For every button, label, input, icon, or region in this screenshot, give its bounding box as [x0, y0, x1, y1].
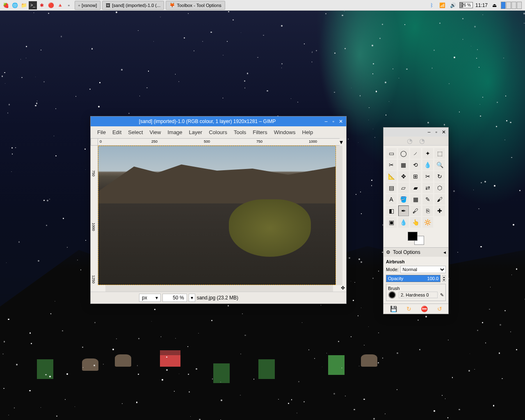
close-button[interactable]: ✕ [338, 119, 344, 124]
menu-colours[interactable]: Colours [205, 128, 231, 137]
tool-measure[interactable]: 📐 [386, 171, 397, 182]
tool-blend[interactable]: ▦ [410, 194, 421, 205]
chevron-down-icon[interactable]: ▾ [189, 294, 195, 302]
horizontal-scrollbar[interactable] [105, 285, 333, 292]
tool-paths[interactable]: ⟲ [410, 160, 421, 170]
menu-edit[interactable]: Edit [109, 128, 125, 137]
tool-move[interactable]: ✥ [398, 171, 409, 182]
tool-ink[interactable]: 🖋 [410, 205, 421, 216]
tool-rotate[interactable]: ↻ [434, 171, 445, 182]
tool-scale[interactable]: ▤ [386, 183, 397, 193]
maximize-button[interactable]: ▫ [331, 119, 336, 124]
wifi-icon[interactable]: 📶 [438, 1, 446, 9]
tool-color-picker[interactable]: 💧 [422, 160, 433, 170]
mode-select[interactable]: Normal [400, 266, 446, 273]
tool-blur[interactable]: 💧 [398, 217, 409, 228]
tool-heal[interactable]: ✚ [434, 205, 445, 216]
task-label: Toolbox - Tool Options [177, 3, 221, 8]
maximize-button[interactable]: ▫ [434, 129, 439, 135]
clock[interactable]: 11:17 [475, 2, 488, 8]
vertical-scrollbar[interactable] [336, 146, 342, 285]
zoom-field[interactable]: 50 % [162, 294, 187, 302]
tool-dodge[interactable]: 🔆 [422, 217, 433, 228]
tool-scissors[interactable]: ✂ [386, 160, 397, 170]
eject-icon[interactable]: ⏏ [490, 1, 498, 9]
menu-layer[interactable]: Layer [186, 128, 206, 137]
cpu-monitor[interactable] [501, 2, 522, 9]
web-browser-icon[interactable]: 🌐 [11, 1, 19, 9]
tool-airbrush[interactable]: ✒ [398, 205, 409, 216]
battery-indicator[interactable]: 26 % [459, 2, 473, 8]
tool-text[interactable]: A [386, 194, 397, 205]
menu-tools[interactable]: Tools [231, 128, 249, 137]
tool-free-select[interactable]: ⟋ [410, 148, 421, 159]
foreground-color[interactable] [408, 232, 418, 241]
taskbar-task-gimp-toolbox[interactable]: 🦊 Toolbox - Tool Options [166, 1, 225, 10]
image-canvas[interactable] [98, 146, 336, 285]
tool-rect-select[interactable]: ▭ [386, 148, 397, 159]
tool-ellipse-select[interactable]: ◯ [398, 148, 409, 159]
nav-toggle[interactable]: ▾ [340, 138, 346, 146]
tool-bucket[interactable]: 🪣 [398, 194, 409, 205]
tool-cage[interactable]: ⬡ [434, 183, 445, 193]
opacity-slider[interactable]: Opacity 100.0 [386, 275, 441, 282]
tool-zoom[interactable]: 🔍 [434, 160, 445, 170]
menu-filters[interactable]: Filters [249, 128, 270, 137]
tool-fuzzy-select[interactable]: ✦ [422, 148, 433, 159]
spin-down[interactable]: ▼ [443, 278, 445, 281]
tool-fg-select[interactable]: ▦ [398, 160, 409, 170]
detach-icon[interactable]: ◂ [443, 249, 446, 255]
app-icon[interactable]: ▫ [65, 1, 73, 9]
tool-align[interactable]: ⊞ [410, 171, 421, 182]
minimize-button[interactable]: – [323, 119, 329, 124]
menu-file[interactable]: File [94, 128, 109, 137]
raspberry-menu-icon[interactable]: 🍓 [2, 1, 10, 9]
ruler-horizontal[interactable]: 0 250 500 750 1000 [98, 138, 340, 146]
unit-selector[interactable]: px ▾ [139, 294, 161, 302]
window-titlebar[interactable]: – ▫ ✕ [383, 128, 448, 137]
nav-button[interactable]: ✥ [340, 285, 346, 292]
tool-grid: ▭◯⟋✦⬚✂▦⟲💧🔍📐✥⊞✂↻▤▱▰⇄⬡A🪣▦✎🖌◧✒🖋⎘✚▣💧👆🔆 [383, 146, 448, 230]
ruler-vertical[interactable]: 750 1000 1250 [91, 146, 98, 285]
tool-eraser[interactable]: ◧ [386, 205, 397, 216]
close-button[interactable]: ✕ [441, 129, 447, 135]
menu-image[interactable]: Image [164, 128, 185, 137]
chevron-down-icon: ▾ [155, 295, 158, 301]
minimize-button[interactable]: – [426, 129, 432, 135]
tool-crop[interactable]: ✂ [422, 171, 433, 182]
terminal-icon[interactable]: >_ [29, 1, 37, 9]
save-preset-icon[interactable]: 💾 [390, 306, 397, 312]
spin-up[interactable]: ▲ [443, 276, 445, 278]
bluetooth-icon[interactable]: ᛒ [427, 1, 436, 9]
brush-selector[interactable]: Brush 2. Hardness 0 ✎ [386, 284, 446, 301]
tool-smudge[interactable]: 👆 [410, 217, 421, 228]
tool-flip[interactable]: ⇄ [422, 183, 433, 193]
xsnow-reindeer [82, 358, 98, 371]
reset-icon[interactable]: ↺ [437, 306, 442, 312]
fg-bg-color[interactable] [408, 232, 424, 245]
menu-view[interactable]: View [146, 128, 164, 137]
tool-paintbrush[interactable]: 🖌 [434, 194, 445, 205]
tool-perspective-clone[interactable]: ▣ [386, 217, 397, 228]
games-icon[interactable]: 🔴 [47, 1, 55, 9]
volume-icon[interactable]: 🔊 [449, 1, 457, 9]
delete-preset-icon[interactable]: ⛔ [421, 306, 428, 312]
taskbar-task-xsnow[interactable]: ▫ [xsnow] [75, 1, 100, 10]
brush-edit-icon[interactable]: ✎ [440, 292, 444, 298]
menu-select[interactable]: Select [125, 128, 146, 137]
ruler-mark: 0 [100, 139, 102, 144]
vlc-icon[interactable]: 🔺 [56, 1, 64, 9]
mathematica-icon[interactable]: ✱ [38, 1, 46, 9]
window-titlebar[interactable]: [sand] (imported)-1.0 (RGB colour, 1 lay… [91, 116, 346, 126]
tool-perspective[interactable]: ▰ [410, 183, 421, 193]
tool-clone[interactable]: ⎘ [422, 205, 433, 216]
menu-help[interactable]: Help [299, 128, 316, 137]
restore-preset-icon[interactable]: ↻ [406, 306, 411, 312]
tool-shear[interactable]: ▱ [398, 183, 409, 193]
tool-options-header[interactable]: ⚙ Tool Options ◂ [383, 247, 448, 257]
menu-windows[interactable]: Windows [271, 128, 299, 137]
taskbar-task-gimp-image[interactable]: 🖼 [sand] (imported)-1.0 (... [102, 1, 164, 10]
tool-pencil[interactable]: ✎ [422, 194, 433, 205]
file-manager-icon[interactable]: 📁 [20, 1, 28, 9]
tool-color-select[interactable]: ⬚ [434, 148, 445, 159]
